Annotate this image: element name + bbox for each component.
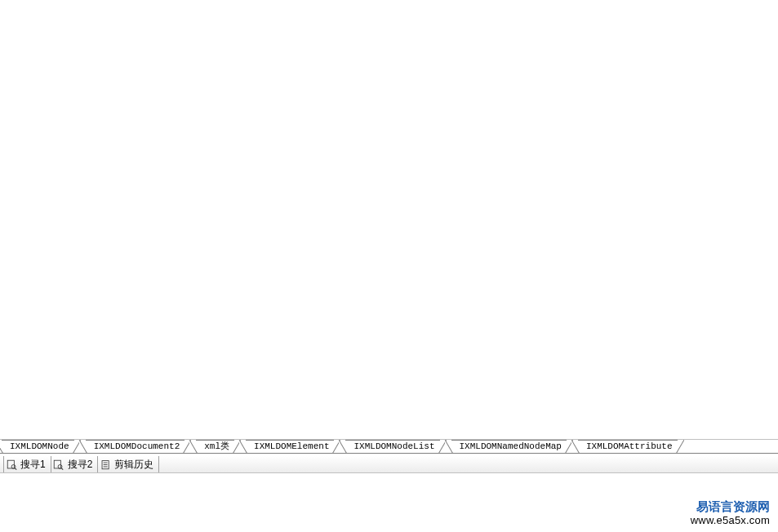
watermark-url: www.e5a5x.com xyxy=(691,514,770,527)
tab-label: xml类 xyxy=(196,440,234,453)
watermark: 易语言资源网 www.e5a5x.com xyxy=(691,499,770,527)
tab-ixmldomnamednodemap[interactable]: IXMLDOMNamedNodeMap xyxy=(451,440,567,453)
tab-ixmldomnode[interactable]: IXMLDOMNode xyxy=(2,440,74,453)
document-tabs-bar: IXMLDOMNode IXMLDOMDocument2 xml类 IXMLDO… xyxy=(0,439,778,454)
bottom-tab-label: 搜寻2 xyxy=(68,458,93,472)
bottom-tab-clip-history[interactable]: 剪辑历史 xyxy=(98,456,159,472)
svg-line-2 xyxy=(15,468,16,469)
bottom-tab-label: 搜寻1 xyxy=(20,458,46,472)
svg-rect-0 xyxy=(7,460,14,468)
tab-ixmldomattribute[interactable]: IXMLDOMAttribute xyxy=(578,440,678,453)
tab-label: IXMLDOMNodeList xyxy=(345,440,439,453)
tab-label: IXMLDOMElement xyxy=(246,440,334,453)
content-area xyxy=(0,0,778,430)
bottom-tool-tabs: 搜寻1 搜寻2 剪辑历史 xyxy=(0,455,778,473)
tab-label: IXMLDOMNamedNodeMap xyxy=(451,440,567,453)
bottom-tab-search1[interactable]: 搜寻1 xyxy=(3,456,51,472)
search-icon xyxy=(6,459,17,470)
tab-ixmldomdocument2[interactable]: IXMLDOMDocument2 xyxy=(86,440,185,453)
tab-label: IXMLDOMAttribute xyxy=(578,440,678,453)
tab-label: IXMLDOMDocument2 xyxy=(86,440,185,453)
watermark-title: 易语言资源网 xyxy=(691,499,770,514)
document-tabs: IXMLDOMNode IXMLDOMDocument2 xml类 IXMLDO… xyxy=(2,438,678,453)
tab-xml-class[interactable]: xml类 xyxy=(196,440,234,453)
bottom-tab-search2[interactable]: 搜寻2 xyxy=(51,456,99,472)
bottom-tab-label: 剪辑历史 xyxy=(114,458,153,472)
clipboard-icon xyxy=(100,459,111,470)
tab-label: IXMLDOMNode xyxy=(2,440,74,453)
tab-ixmldomnodelist[interactable]: IXMLDOMNodeList xyxy=(345,440,439,453)
search-icon xyxy=(53,459,64,470)
svg-rect-3 xyxy=(54,460,60,468)
tab-ixmldomelement[interactable]: IXMLDOMElement xyxy=(246,440,334,453)
svg-line-5 xyxy=(61,468,63,469)
